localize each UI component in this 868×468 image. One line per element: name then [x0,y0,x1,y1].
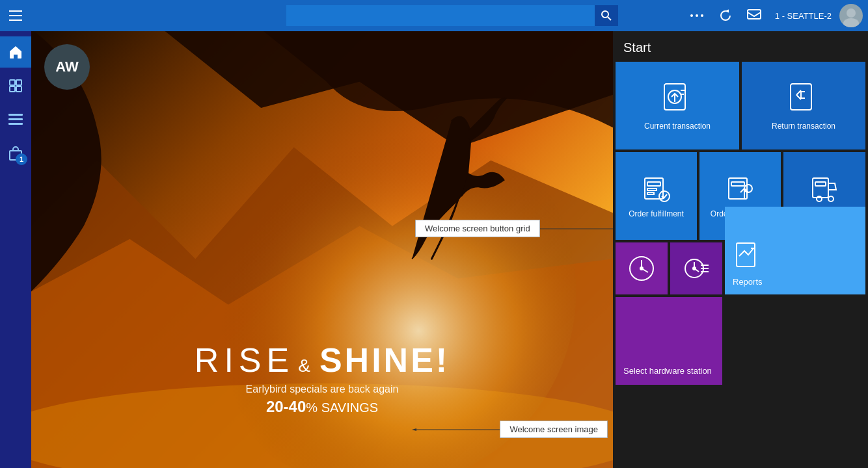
top-bar-right: 1 - SEATTLE-2 [684,0,868,31]
store-label: 1 - SEATTLE-2 [770,11,837,21]
svg-rect-35 [647,188,657,190]
more-options-button[interactable] [684,0,710,31]
user-avatar[interactable] [839,4,863,27]
svg-point-5 [690,14,693,17]
tile-order-fulfillment-label: Order fulfillment [629,209,684,218]
svg-point-7 [701,14,703,17]
tile-return-transaction-label: Return transaction [769,122,838,131]
svg-point-40 [744,185,752,192]
tile-clock2[interactable] [670,242,722,294]
svg-line-32 [796,95,801,99]
svg-rect-17 [8,123,23,125]
svg-rect-41 [813,178,828,198]
hero-rise: RISE [195,341,294,380]
svg-rect-8 [748,10,761,19]
svg-line-4 [608,17,611,20]
svg-rect-0 [9,10,22,12]
hero-image-area: AW Welcome screen button grid RISE & SHI… [31,31,613,468]
callout-button-grid-wrapper: Welcome screen button grid [415,220,540,237]
svg-rect-13 [10,86,15,92]
svg-rect-14 [16,86,21,92]
start-panel: Start Current transaction Return trans [613,31,868,468]
store-logo: AW [44,44,90,90]
svg-rect-12 [16,80,21,85]
sidebar-item-menu[interactable] [0,104,31,135]
messages-button[interactable] [741,0,767,31]
tile-return-transaction[interactable]: Return transaction [742,62,865,150]
svg-rect-15 [8,114,23,116]
tile-clock1[interactable] [616,242,668,294]
hero-savings: 20-40% SAVINGS [31,398,613,416]
search-input[interactable] [286,10,595,21]
sidebar-item-grid[interactable] [0,70,31,101]
svg-point-10 [843,18,859,27]
svg-rect-36 [647,192,654,194]
tiles-row1: Current transaction Return transaction [613,62,868,150]
hero-ampersand: & [298,356,316,376]
hero-subtitle: Earlybird specials are back again [31,384,613,395]
tiles-row3: Reports [613,242,868,294]
svg-point-37 [659,191,670,202]
svg-rect-1 [9,15,22,16]
svg-rect-2 [9,20,22,21]
svg-rect-16 [8,118,23,120]
callout-button-grid-label: Welcome screen button grid [415,220,540,237]
sidebar-item-home[interactable] [0,36,31,68]
tile-current-transaction[interactable]: Current transaction [616,62,739,150]
svg-marker-24 [412,428,416,431]
svg-point-9 [847,8,856,18]
refresh-button[interactable] [712,0,739,31]
svg-rect-11 [10,80,15,85]
svg-rect-56 [737,243,755,266]
svg-point-3 [602,11,608,18]
start-title: Start [613,31,868,62]
tile-current-transaction-label: Current transaction [644,122,711,131]
svg-line-31 [796,90,801,95]
search-container [286,5,618,26]
svg-rect-42 [815,182,826,186]
svg-point-6 [696,14,698,17]
badge-count: 1 [16,153,27,165]
savings-amount: 20-40 [266,398,306,415]
tile-order-fulfillment[interactable]: Order fulfillment [616,152,697,240]
svg-rect-34 [647,182,660,186]
tile-reports-label: Reports [733,277,763,287]
savings-suffix: % SAVINGS [306,400,378,415]
search-button[interactable] [595,5,618,26]
callout-screen-image-label: Welcome screen image [500,421,608,438]
hero-text-area: RISE & SHINE! Earlybird specials are bac… [31,341,613,416]
hero-shine: SHINE! [319,341,450,380]
sidebar: 1 [0,31,31,468]
hamburger-menu[interactable] [0,0,31,31]
tile-select-hardware[interactable]: Select hardware station [616,297,722,385]
svg-point-44 [828,196,834,202]
tile-select-hardware-label: Select hardware station [623,366,712,377]
top-bar: 1 - SEATTLE-2 [0,0,868,31]
svg-point-52 [693,267,696,270]
callout-screen-image-wrapper: Welcome screen image [412,421,608,438]
sidebar-item-bag[interactable]: 1 [0,138,31,169]
svg-point-48 [640,267,643,270]
tile-reports[interactable]: Reports [725,207,865,294]
tiles-row4: Select hardware station [613,297,868,385]
svg-rect-39 [731,182,744,186]
